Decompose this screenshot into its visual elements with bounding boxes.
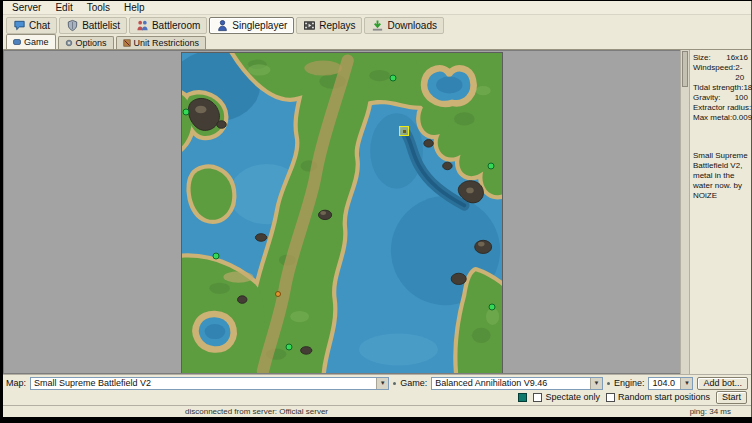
map-preview[interactable] (181, 52, 503, 374)
chat-icon (13, 19, 26, 32)
subtab-unit-restrictions[interactable]: Unit Restrictions (116, 36, 207, 49)
scrollbar-thumb[interactable] (682, 51, 688, 87)
singleplayer-icon (216, 19, 229, 32)
start-position-marker[interactable] (286, 344, 293, 351)
subtab-options[interactable]: Options (58, 36, 114, 49)
menu-server[interactable]: Server (5, 1, 48, 14)
map-terrain (182, 53, 502, 373)
selection-row: Map: Small Supreme Battlefield V2 ▼ Game… (6, 376, 748, 390)
player-color-swatch[interactable] (518, 393, 527, 402)
toolbar: Chat Battlelist Battleroom Singleplayer … (3, 15, 751, 35)
tab-downloads[interactable]: Downloads (364, 17, 443, 34)
engine-select[interactable]: 104.0 ▼ (648, 377, 693, 390)
menu-help[interactable]: Help (117, 1, 152, 14)
engine-label: Engine: (614, 378, 645, 388)
start-position-marker[interactable] (389, 75, 396, 82)
tab-singleplayer[interactable]: Singleplayer (209, 17, 294, 34)
start-button[interactable]: Start (716, 391, 747, 404)
start-options-row: Spectate only Random start positions Sta… (6, 390, 748, 404)
random-start-group[interactable]: Random start positions (606, 392, 710, 402)
chevron-down-icon[interactable]: ▼ (376, 378, 388, 389)
replays-icon (303, 19, 316, 32)
unit-restrictions-icon (123, 39, 131, 47)
map-description: Small Supreme Battlefield V2, metal in t… (693, 151, 748, 201)
connection-status: disconnected from server: Official serve… (185, 407, 328, 416)
lobby-window: Server Edit Tools Help Chat Battlelist B… (3, 1, 752, 417)
separator-dot (393, 382, 396, 385)
spectate-only-group[interactable]: Spectate only (533, 392, 600, 402)
add-bot-button[interactable]: Add bot... (697, 377, 748, 390)
info-row-maxmetal: Max metal:0.009 (693, 113, 748, 123)
bottom-controls: Map: Small Supreme Battlefield V2 ▼ Game… (3, 374, 751, 405)
start-position-marker[interactable] (275, 291, 281, 297)
ping-status: ping: 34 ms (690, 407, 731, 416)
info-row-extractor: Extractor radius:90 (693, 103, 748, 113)
start-position-marker[interactable] (182, 109, 189, 116)
options-gear-icon (65, 39, 73, 47)
info-row-tidal: Tidal strength:18 (693, 83, 748, 93)
map-select[interactable]: Small Supreme Battlefield V2 ▼ (30, 377, 389, 390)
start-position-marker[interactable] (487, 162, 494, 169)
info-row-size: Size:16x16 (693, 53, 748, 63)
chevron-down-icon[interactable]: ▼ (590, 378, 602, 389)
random-start-checkbox[interactable] (606, 393, 615, 402)
spectate-only-checkbox[interactable] (533, 393, 542, 402)
tab-battlelist[interactable]: Battlelist (59, 17, 127, 34)
separator-dot (607, 382, 610, 385)
chevron-down-icon[interactable]: ▼ (680, 378, 692, 389)
tab-chat[interactable]: Chat (6, 17, 57, 34)
start-position-marker[interactable] (212, 253, 219, 260)
battlelist-icon (66, 19, 79, 32)
game-select[interactable]: Balanced Annihilation V9.46 ▼ (431, 377, 603, 390)
map-info-panel: Size:16x16 Windspeed:2-20 Tidal strength… (689, 50, 751, 374)
battleroom-subtabs: Game Options Unit Restrictions (3, 35, 751, 50)
game-tab-icon (13, 38, 21, 46)
tab-replays[interactable]: Replays (296, 17, 362, 34)
menu-edit[interactable]: Edit (48, 1, 79, 14)
info-row-gravity: Gravity:100 (693, 93, 748, 103)
battleroom-icon (136, 19, 149, 32)
vertical-scrollbar[interactable] (680, 50, 689, 374)
game-label: Game: (400, 378, 427, 388)
map-label: Map: (6, 378, 26, 388)
tab-battleroom[interactable]: Battleroom (129, 17, 207, 34)
map-view (3, 50, 680, 374)
subtab-game[interactable]: Game (6, 34, 56, 49)
start-position-marker[interactable] (399, 126, 409, 136)
status-bar: disconnected from server: Official serve… (3, 405, 751, 417)
start-position-marker[interactable] (489, 304, 496, 311)
main-area: Size:16x16 Windspeed:2-20 Tidal strength… (3, 50, 751, 374)
menu-bar: Server Edit Tools Help (3, 1, 751, 15)
menu-tools[interactable]: Tools (80, 1, 117, 14)
info-row-windspeed: Windspeed:2-20 (693, 63, 748, 83)
downloads-icon (371, 19, 384, 32)
